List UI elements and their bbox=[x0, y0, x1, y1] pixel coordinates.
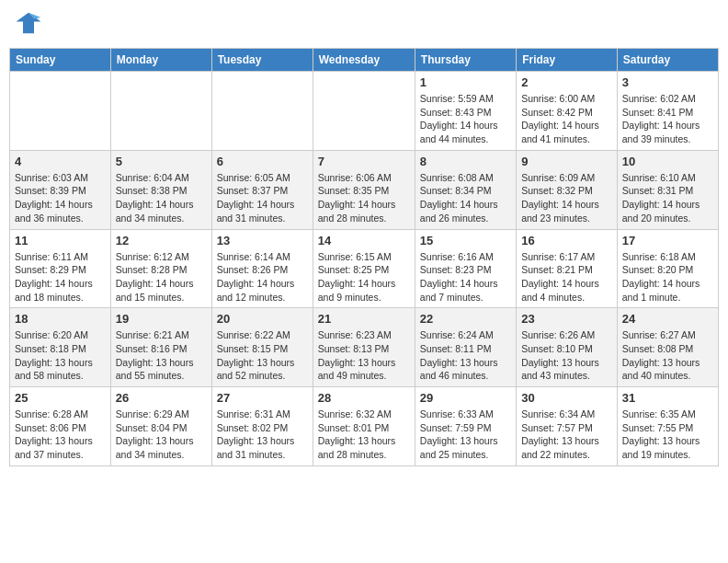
calendar-cell: 31Sunrise: 6:35 AMSunset: 7:55 PMDayligh… bbox=[617, 387, 718, 466]
calendar-cell: 19Sunrise: 6:21 AMSunset: 8:16 PMDayligh… bbox=[110, 308, 211, 387]
day-number: 16 bbox=[521, 234, 612, 247]
day-number: 13 bbox=[217, 234, 308, 247]
day-number: 6 bbox=[217, 155, 308, 168]
weekday-header-monday: Monday bbox=[110, 49, 211, 72]
calendar-cell: 6Sunrise: 6:05 AMSunset: 8:37 PMDaylight… bbox=[211, 150, 313, 229]
day-info: Sunrise: 6:18 AMSunset: 8:20 PMDaylight:… bbox=[622, 250, 713, 304]
weekday-header-tuesday: Tuesday bbox=[211, 49, 313, 72]
day-info: Sunrise: 6:20 AMSunset: 8:18 PMDaylight:… bbox=[15, 328, 106, 383]
calendar-cell: 12Sunrise: 6:12 AMSunset: 8:28 PMDayligh… bbox=[110, 229, 211, 308]
logo bbox=[13, 9, 42, 40]
day-number: 21 bbox=[318, 312, 410, 326]
calendar-week-row: 18Sunrise: 6:20 AMSunset: 8:18 PMDayligh… bbox=[10, 308, 719, 387]
day-info: Sunrise: 6:14 AMSunset: 8:26 PMDaylight:… bbox=[217, 250, 308, 304]
calendar-cell: 3Sunrise: 6:02 AMSunset: 8:41 PMDaylight… bbox=[617, 72, 718, 151]
calendar-cell: 22Sunrise: 6:24 AMSunset: 8:11 PMDayligh… bbox=[415, 308, 516, 387]
calendar-cell: 21Sunrise: 6:23 AMSunset: 8:13 PMDayligh… bbox=[313, 308, 415, 387]
calendar-week-row: 25Sunrise: 6:28 AMSunset: 8:06 PMDayligh… bbox=[10, 387, 719, 466]
calendar-week-row: 4Sunrise: 6:03 AMSunset: 8:39 PMDaylight… bbox=[10, 150, 719, 229]
day-info: Sunrise: 6:16 AMSunset: 8:23 PMDaylight:… bbox=[420, 250, 511, 304]
day-info: Sunrise: 6:35 AMSunset: 7:55 PMDaylight:… bbox=[622, 408, 713, 462]
day-info: Sunrise: 6:31 AMSunset: 8:02 PMDaylight:… bbox=[217, 408, 308, 462]
day-info: Sunrise: 6:08 AMSunset: 8:34 PMDaylight:… bbox=[420, 171, 511, 225]
day-number: 7 bbox=[318, 155, 410, 168]
weekday-header-friday: Friday bbox=[517, 49, 618, 72]
day-info: Sunrise: 6:03 AMSunset: 8:39 PMDaylight:… bbox=[15, 171, 106, 225]
weekday-header-wednesday: Wednesday bbox=[313, 49, 415, 72]
day-info: Sunrise: 6:05 AMSunset: 8:37 PMDaylight:… bbox=[217, 171, 308, 225]
day-info: Sunrise: 6:06 AMSunset: 8:35 PMDaylight:… bbox=[318, 171, 410, 225]
calendar-cell: 9Sunrise: 6:09 AMSunset: 8:32 PMDaylight… bbox=[517, 150, 618, 229]
day-number: 12 bbox=[116, 234, 207, 247]
day-info: Sunrise: 6:02 AMSunset: 8:41 PMDaylight:… bbox=[622, 92, 713, 146]
day-info: Sunrise: 6:27 AMSunset: 8:08 PMDaylight:… bbox=[622, 328, 713, 383]
day-number: 15 bbox=[420, 234, 511, 247]
day-number: 31 bbox=[622, 391, 713, 405]
calendar-cell: 25Sunrise: 6:28 AMSunset: 8:06 PMDayligh… bbox=[10, 387, 111, 466]
day-number: 18 bbox=[15, 312, 106, 326]
calendar-cell: 4Sunrise: 6:03 AMSunset: 8:39 PMDaylight… bbox=[10, 150, 111, 229]
calendar-cell: 18Sunrise: 6:20 AMSunset: 8:18 PMDayligh… bbox=[10, 308, 111, 387]
calendar-cell bbox=[10, 72, 111, 151]
calendar-cell: 27Sunrise: 6:31 AMSunset: 8:02 PMDayligh… bbox=[211, 387, 313, 466]
day-info: Sunrise: 6:21 AMSunset: 8:16 PMDaylight:… bbox=[116, 328, 207, 383]
calendar-cell: 30Sunrise: 6:34 AMSunset: 7:57 PMDayligh… bbox=[517, 387, 618, 466]
calendar-cell: 17Sunrise: 6:18 AMSunset: 8:20 PMDayligh… bbox=[617, 229, 718, 308]
calendar-cell: 8Sunrise: 6:08 AMSunset: 8:34 PMDaylight… bbox=[415, 150, 516, 229]
calendar-cell: 24Sunrise: 6:27 AMSunset: 8:08 PMDayligh… bbox=[617, 308, 718, 387]
day-number: 29 bbox=[420, 391, 511, 405]
calendar-cell: 29Sunrise: 6:33 AMSunset: 7:59 PMDayligh… bbox=[415, 387, 516, 466]
day-info: Sunrise: 6:26 AMSunset: 8:10 PMDaylight:… bbox=[521, 328, 612, 383]
calendar-cell: 10Sunrise: 6:10 AMSunset: 8:31 PMDayligh… bbox=[617, 150, 718, 229]
day-info: Sunrise: 6:28 AMSunset: 8:06 PMDaylight:… bbox=[15, 408, 106, 462]
day-info: Sunrise: 6:32 AMSunset: 8:01 PMDaylight:… bbox=[318, 408, 410, 462]
day-info: Sunrise: 6:22 AMSunset: 8:15 PMDaylight:… bbox=[217, 328, 308, 383]
weekday-header-saturday: Saturday bbox=[617, 49, 718, 72]
day-info: Sunrise: 6:29 AMSunset: 8:04 PMDaylight:… bbox=[116, 408, 207, 462]
day-info: Sunrise: 5:59 AMSunset: 8:43 PMDaylight:… bbox=[420, 92, 511, 146]
day-number: 24 bbox=[622, 312, 713, 326]
calendar-cell: 20Sunrise: 6:22 AMSunset: 8:15 PMDayligh… bbox=[211, 308, 313, 387]
calendar-cell: 28Sunrise: 6:32 AMSunset: 8:01 PMDayligh… bbox=[313, 387, 415, 466]
day-info: Sunrise: 6:09 AMSunset: 8:32 PMDaylight:… bbox=[521, 171, 612, 225]
day-number: 9 bbox=[521, 155, 612, 168]
calendar-cell: 14Sunrise: 6:15 AMSunset: 8:25 PMDayligh… bbox=[313, 229, 415, 308]
day-number: 11 bbox=[15, 234, 106, 247]
day-info: Sunrise: 6:00 AMSunset: 8:42 PMDaylight:… bbox=[521, 92, 612, 146]
day-number: 26 bbox=[116, 391, 207, 405]
day-number: 8 bbox=[420, 155, 511, 168]
day-info: Sunrise: 6:17 AMSunset: 8:21 PMDaylight:… bbox=[521, 250, 612, 304]
day-number: 22 bbox=[420, 312, 511, 326]
day-info: Sunrise: 6:11 AMSunset: 8:29 PMDaylight:… bbox=[15, 250, 106, 304]
weekday-header-sunday: Sunday bbox=[10, 49, 111, 72]
day-number: 30 bbox=[521, 391, 612, 405]
calendar-cell: 26Sunrise: 6:29 AMSunset: 8:04 PMDayligh… bbox=[110, 387, 211, 466]
day-number: 28 bbox=[318, 391, 410, 405]
day-info: Sunrise: 6:23 AMSunset: 8:13 PMDaylight:… bbox=[318, 328, 410, 383]
day-number: 25 bbox=[15, 391, 106, 405]
calendar-cell: 1Sunrise: 5:59 AMSunset: 8:43 PMDaylight… bbox=[415, 72, 516, 151]
day-info: Sunrise: 6:04 AMSunset: 8:38 PMDaylight:… bbox=[116, 171, 207, 225]
calendar-cell: 15Sunrise: 6:16 AMSunset: 8:23 PMDayligh… bbox=[415, 229, 516, 308]
calendar-cell: 7Sunrise: 6:06 AMSunset: 8:35 PMDaylight… bbox=[313, 150, 415, 229]
day-info: Sunrise: 6:34 AMSunset: 7:57 PMDaylight:… bbox=[521, 408, 612, 462]
page-header bbox=[9, 9, 719, 40]
calendar-week-row: 1Sunrise: 5:59 AMSunset: 8:43 PMDaylight… bbox=[10, 72, 719, 151]
calendar-cell: 16Sunrise: 6:17 AMSunset: 8:21 PMDayligh… bbox=[517, 229, 618, 308]
calendar-cell: 11Sunrise: 6:11 AMSunset: 8:29 PMDayligh… bbox=[10, 229, 111, 308]
calendar-cell: 13Sunrise: 6:14 AMSunset: 8:26 PMDayligh… bbox=[211, 229, 313, 308]
day-number: 23 bbox=[521, 312, 612, 326]
calendar-cell: 23Sunrise: 6:26 AMSunset: 8:10 PMDayligh… bbox=[517, 308, 618, 387]
day-number: 20 bbox=[217, 312, 308, 326]
day-number: 1 bbox=[420, 75, 511, 89]
day-number: 2 bbox=[521, 75, 612, 89]
calendar-cell bbox=[211, 72, 313, 151]
calendar-cell: 5Sunrise: 6:04 AMSunset: 8:38 PMDaylight… bbox=[110, 150, 211, 229]
day-info: Sunrise: 6:24 AMSunset: 8:11 PMDaylight:… bbox=[420, 328, 511, 383]
calendar-cell bbox=[110, 72, 211, 151]
calendar-week-row: 11Sunrise: 6:11 AMSunset: 8:29 PMDayligh… bbox=[10, 229, 719, 308]
logo-icon bbox=[15, 9, 42, 37]
day-number: 4 bbox=[15, 155, 106, 168]
calendar-table: SundayMondayTuesdayWednesdayThursdayFrid… bbox=[9, 48, 719, 466]
day-info: Sunrise: 6:12 AMSunset: 8:28 PMDaylight:… bbox=[116, 250, 207, 304]
